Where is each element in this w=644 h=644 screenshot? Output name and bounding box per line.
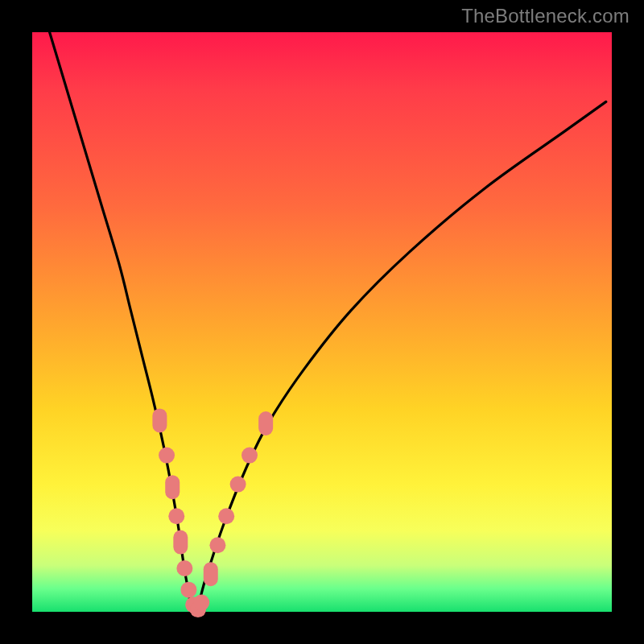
curve-marker (230, 477, 246, 493)
curve-svg (32, 32, 612, 612)
curve-marker (258, 411, 273, 436)
curve-marker (168, 508, 184, 524)
curve-marker (159, 448, 175, 464)
plot-area (32, 32, 612, 612)
watermark-text: TheBottleneck.com (461, 5, 630, 27)
curve-marker (193, 594, 209, 610)
chart-frame: TheBottleneck.com (0, 0, 644, 644)
bottleneck-curve-line (50, 32, 606, 612)
curve-marker (218, 508, 234, 524)
curve-marker (204, 562, 218, 586)
curve-marker (242, 448, 258, 464)
curve-marker (180, 582, 196, 598)
curve-markers (152, 408, 273, 617)
curve-marker (173, 530, 188, 555)
curve-marker (152, 408, 167, 432)
curve-marker (209, 537, 225, 553)
curve-marker (176, 560, 192, 576)
curve-marker (165, 475, 180, 499)
